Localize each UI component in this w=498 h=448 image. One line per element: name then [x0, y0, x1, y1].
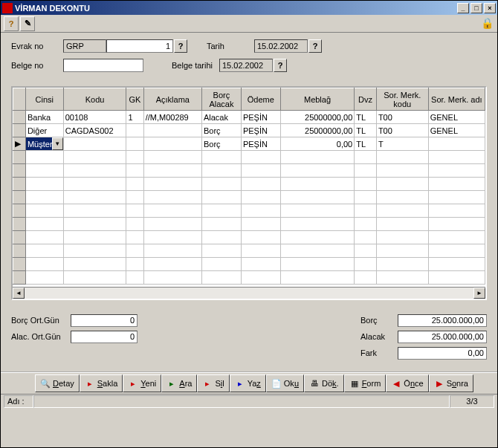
sakla-button[interactable]: ▸Sakla	[80, 374, 123, 392]
lock-icon[interactable]: 🔒	[481, 17, 494, 30]
dropdown-button[interactable]: ▼	[52, 137, 63, 150]
scroll-right-button[interactable]: ►	[473, 288, 485, 299]
row-selector[interactable]	[13, 111, 26, 124]
col-odeme[interactable]: Ödeme	[241, 88, 280, 111]
cell-cinsi[interactable]: Müşteri▼	[25, 137, 63, 151]
borc-label: Borç	[360, 316, 398, 325]
cell-cinsi[interactable]: Banka	[25, 111, 63, 124]
cell-sma[interactable]: GENEL	[428, 124, 485, 137]
table-row-empty[interactable]	[13, 244, 485, 258]
cell-kodu[interactable]: 00108	[63, 111, 126, 124]
cell-aciklama[interactable]	[143, 124, 201, 137]
yaz-button[interactable]: ▸Yaz	[230, 374, 266, 392]
cell-gk[interactable]	[126, 137, 143, 151]
once-button[interactable]: ◀Önce	[386, 374, 428, 392]
table-row[interactable]: DiğerCAGDAS002BorçPEŞİN25000000,00TLT00G…	[13, 124, 485, 137]
cell-dvz[interactable]: TL	[355, 111, 377, 124]
table-row-empty[interactable]	[13, 204, 485, 218]
col-cinsi[interactable]: Cinsi	[25, 88, 63, 111]
cell-odeme[interactable]: PEŞİN	[241, 111, 280, 124]
maximize-button[interactable]: □	[470, 3, 482, 13]
form-icon: ▦	[349, 378, 360, 389]
belge-tarihi-lookup-button[interactable]: ?	[274, 59, 287, 72]
scroll-track[interactable]	[25, 288, 473, 299]
new-icon: ▸	[128, 378, 138, 389]
col-dvz[interactable]: Dvz	[355, 88, 377, 111]
borc-value: 25.000.000,00	[398, 314, 487, 327]
col-kodu[interactable]: Kodu	[63, 88, 126, 111]
oku-button[interactable]: 📄Oku	[266, 374, 304, 392]
evrak-lookup-button[interactable]: ?	[174, 39, 187, 53]
cell-ba[interactable]: Borç	[201, 124, 241, 137]
row-selector[interactable]: ▶	[13, 137, 26, 151]
titlebar: VİRMAN DEKONTU _ □ ×	[1, 1, 497, 15]
col-borc-alacak[interactable]: Borç Alacak	[201, 88, 241, 111]
belge-no-label: Belge no	[11, 61, 63, 70]
form-button[interactable]: ▦Form	[344, 374, 387, 392]
horizontal-scrollbar[interactable]: ◄ ►	[13, 287, 485, 299]
table-row-empty[interactable]	[13, 231, 485, 244]
yeni-button[interactable]: ▸Yeni	[123, 374, 161, 392]
cell-gk[interactable]: 1	[126, 111, 143, 124]
cell-aciklama[interactable]: //M,M00289	[143, 111, 201, 124]
cell-smk[interactable]: T00	[376, 111, 428, 124]
evrak-series-input[interactable]	[63, 39, 106, 53]
summary-area: Borç Ort.Gün 0 Alac. Ort.Gün 0 Borç 25.0…	[1, 300, 497, 367]
app-icon	[2, 3, 13, 13]
col-sma[interactable]: Sor. Merk. adı	[428, 88, 485, 111]
belge-tarihi-label: Belge tarihi	[172, 61, 219, 70]
scroll-left-button[interactable]: ◄	[13, 288, 25, 299]
tarih-lookup-button[interactable]: ?	[308, 39, 322, 53]
cell-meblag[interactable]: 25000000,00	[280, 124, 354, 137]
cell-smk[interactable]: T	[376, 137, 428, 151]
cell-meblag[interactable]: 0,00	[280, 137, 354, 151]
alacak-value: 25.000.000,00	[398, 331, 487, 343]
next-icon: ▶	[434, 378, 444, 389]
cell-meblag[interactable]: 25000000,00	[280, 111, 354, 124]
pencil-icon: ✎	[25, 19, 31, 28]
cell-cinsi[interactable]: Diğer	[25, 124, 63, 137]
evrak-num-input[interactable]	[106, 39, 173, 53]
cell-aciklama[interactable]	[143, 137, 201, 151]
cell-dvz[interactable]: TL	[355, 137, 377, 151]
table-row-empty[interactable]	[13, 218, 485, 231]
edit-button[interactable]: ✎	[20, 16, 35, 31]
cell-sma[interactable]	[428, 137, 485, 151]
cell-sma[interactable]: GENEL	[428, 111, 485, 124]
table-row-empty[interactable]	[13, 271, 485, 285]
belge-no-input[interactable]	[63, 59, 143, 72]
detay-button[interactable]: 🔍Detay	[35, 374, 80, 392]
cell-kodu[interactable]: CAGDAS002	[63, 124, 126, 137]
col-meblag[interactable]: Meblağ	[280, 88, 354, 111]
cell-smk[interactable]: T00	[376, 124, 428, 137]
col-aciklama[interactable]: Açıklama	[143, 88, 201, 111]
cell-ba[interactable]: Alacak	[201, 111, 241, 124]
cell-gk[interactable]	[126, 124, 143, 137]
cell-ba[interactable]: Borç	[201, 137, 241, 151]
cell-odeme[interactable]: PEŞİN	[241, 137, 280, 151]
table-row-empty[interactable]	[13, 164, 485, 178]
minimize-button[interactable]: _	[457, 3, 469, 13]
grid-table[interactable]: Cinsi Kodu GK Açıklama Borç Alacak Ödeme…	[13, 88, 485, 285]
dok-button[interactable]: 🖶Dök.	[304, 374, 344, 392]
sil-button[interactable]: ▸Sil	[197, 374, 229, 392]
cell-dvz[interactable]: TL	[355, 124, 377, 137]
cell-kodu[interactable]	[63, 137, 126, 151]
table-row-empty[interactable]	[13, 258, 485, 271]
row-selector[interactable]	[13, 124, 26, 137]
help-button[interactable]: ?	[4, 16, 19, 31]
table-row-empty[interactable]	[13, 178, 485, 191]
table-row-empty[interactable]	[13, 151, 485, 164]
table-row-empty[interactable]	[13, 191, 485, 204]
ara-button[interactable]: ▸Ara	[161, 374, 197, 392]
tarih-input[interactable]	[254, 39, 308, 53]
close-button[interactable]: ×	[484, 3, 496, 13]
app-window: VİRMAN DEKONTU _ □ × ? ✎ 🔒 Evrak no ? Ta…	[0, 0, 498, 448]
table-row[interactable]: ▶Müşteri▼BorçPEŞİN0,00TLT	[13, 137, 485, 151]
col-smk[interactable]: Sor. Merk. kodu	[376, 88, 428, 111]
belge-tarihi-input[interactable]	[219, 59, 273, 72]
table-row[interactable]: Banka001081//M,M00289AlacakPEŞİN25000000…	[13, 111, 485, 124]
sonra-button[interactable]: ▶Sonra	[429, 374, 473, 392]
cell-odeme[interactable]: PEŞİN	[241, 124, 280, 137]
col-gk[interactable]: GK	[126, 88, 143, 111]
